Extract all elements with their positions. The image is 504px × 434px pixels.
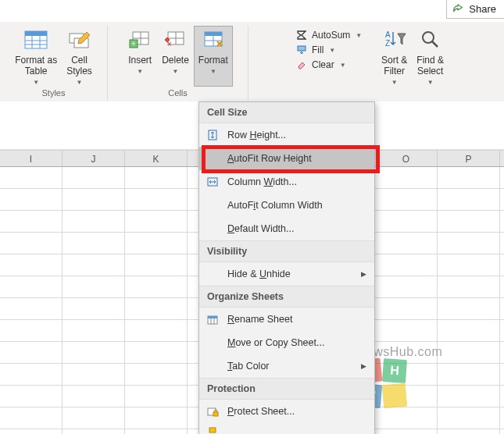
column-header[interactable]: K [125,151,188,166]
menu-item-hide-unhide[interactable]: Hide & Unhide ▶ [199,262,374,286]
column-header[interactable]: J [63,151,125,166]
grid-cell[interactable] [500,189,504,210]
grid-cell[interactable] [375,167,438,188]
grid-cell[interactable] [438,211,500,232]
grid-cell[interactable] [438,342,500,363]
grid-cell[interactable] [438,407,500,429]
grid-cell[interactable] [500,386,504,407]
autosum-button[interactable]: AutoSum ▼ [295,29,374,41]
grid-cell[interactable] [125,386,188,407]
column-header[interactable]: I [0,151,63,166]
menu-item-rename-sheet[interactable]: Rename Sheet [199,308,374,331]
grid-cell[interactable] [0,189,63,210]
grid-cell[interactable] [375,233,438,254]
menu-item-protect-sheet[interactable]: Protect Sheet... [199,400,374,423]
grid-cell[interactable] [438,320,500,341]
menu-item-tab-color[interactable]: Tab Color ▶ [199,354,374,378]
column-header[interactable]: P [438,151,500,166]
grid-cell[interactable] [63,254,125,276]
grid-cell[interactable] [500,254,504,276]
grid-cell[interactable] [125,189,188,210]
grid-cell[interactable] [0,254,63,276]
grid-cell[interactable] [125,364,188,385]
grid-cell[interactable] [375,320,438,341]
column-header[interactable]: O [375,151,438,166]
grid-cell[interactable] [438,429,500,434]
grid-cell[interactable] [63,233,125,254]
grid-cell[interactable] [500,233,504,254]
menu-item-column-width[interactable]: Column Width... [199,170,374,194]
find-select-button[interactable]: Find & Select ▼ [412,26,449,87]
grid-cell[interactable] [63,407,125,429]
grid-cell[interactable] [375,276,438,297]
grid-cell[interactable] [375,298,438,319]
grid-cell[interactable] [438,233,500,254]
grid-cell[interactable] [63,386,125,407]
sort-filter-button[interactable]: AZ Sort & Filter ▼ [377,26,412,87]
cell-styles-button[interactable]: Cell Styles ▼ [62,26,97,87]
grid-cell[interactable] [0,167,63,188]
grid-cell[interactable] [125,298,188,319]
grid-cell[interactable] [63,211,125,232]
grid-cell[interactable] [125,167,188,188]
clear-button[interactable]: Clear ▼ [295,59,374,71]
grid-cell[interactable] [0,429,63,434]
grid-cell[interactable] [0,276,63,297]
grid-cell[interactable] [438,276,500,297]
grid-cell[interactable] [438,386,500,407]
grid-cell[interactable] [63,364,125,385]
grid-cell[interactable] [500,276,504,297]
share-button[interactable]: Share [446,0,504,19]
menu-item-autofit-row-height[interactable]: AutoFit Row Height [199,147,374,170]
grid-cell[interactable] [375,429,438,434]
grid-cell[interactable] [500,429,504,434]
grid-cell[interactable] [438,167,500,188]
format-as-table-button[interactable]: Format as Table ▼ [10,26,62,87]
grid-cell[interactable] [500,211,504,232]
grid-cell[interactable] [375,254,438,276]
grid-cell[interactable] [438,364,500,385]
menu-item-autofit-column-width[interactable]: AutoFit Column Width [199,194,374,217]
grid-cell[interactable] [438,189,500,210]
grid-cell[interactable] [500,364,504,385]
grid-cell[interactable] [375,189,438,210]
grid-cell[interactable] [500,167,504,188]
grid-cell[interactable] [438,254,500,276]
grid-cell[interactable] [0,211,63,232]
insert-button[interactable]: + Insert ▼ [123,26,157,87]
grid-cell[interactable] [0,342,63,363]
grid-cell[interactable] [125,211,188,232]
grid-cell[interactable] [125,276,188,297]
fill-button[interactable]: Fill ▼ [295,44,374,56]
grid-cell[interactable] [500,298,504,319]
menu-item-move-copy-sheet[interactable]: Move or Copy Sheet... [199,331,374,354]
grid-cell[interactable] [500,342,504,363]
grid-cell[interactable] [0,320,63,341]
grid-cell[interactable] [63,276,125,297]
grid-cell[interactable] [0,298,63,319]
grid-cell[interactable] [125,320,188,341]
menu-item-row-height[interactable]: Row Height... [199,123,374,147]
menu-item-default-width[interactable]: Default Width... [199,217,374,240]
grid-cell[interactable] [0,407,63,429]
grid-cell[interactable] [500,320,504,341]
grid-cell[interactable] [0,386,63,407]
grid-cell[interactable] [125,233,188,254]
grid-cell[interactable] [500,407,504,429]
grid-cell[interactable] [0,364,63,385]
grid-cell[interactable] [0,233,63,254]
delete-button[interactable]: × Delete ▼ [157,26,194,87]
grid-cell[interactable] [63,342,125,363]
grid-cell[interactable] [125,342,188,363]
grid-cell[interactable] [375,211,438,232]
grid-cell[interactable] [63,189,125,210]
grid-cell[interactable] [125,254,188,276]
grid-cell[interactable] [63,298,125,319]
grid-cell[interactable] [125,429,188,434]
grid-cell[interactable] [125,407,188,429]
grid-cell[interactable] [375,407,438,429]
grid-cell[interactable] [63,320,125,341]
format-button[interactable]: Format ▼ [194,26,233,87]
grid-cell[interactable] [438,298,500,319]
grid-cell[interactable] [63,167,125,188]
